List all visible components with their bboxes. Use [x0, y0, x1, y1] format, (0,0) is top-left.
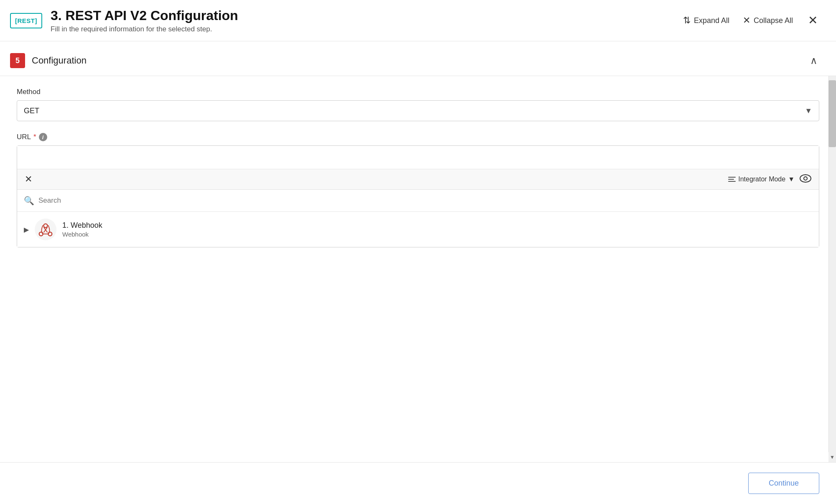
expand-all-label: Expand All: [694, 16, 729, 25]
url-field-group: URL * i ✕: [17, 133, 819, 247]
svg-point-1: [804, 177, 807, 180]
url-input-container: ✕ Integrator Mode ▼: [17, 145, 819, 247]
url-toolbar: ✕ Integrator Mode ▼: [17, 169, 819, 190]
expand-all-icon: ⇅: [683, 16, 691, 25]
url-clear-button[interactable]: ✕: [24, 174, 33, 185]
page-subtitle: Fill in the required information for the…: [51, 25, 675, 33]
section-collapse-button[interactable]: ∧: [808, 54, 819, 67]
scroll-down-arrow[interactable]: ▼: [828, 452, 836, 462]
integrator-lines-icon: [728, 177, 736, 182]
scroll-track: ▼: [828, 76, 836, 462]
main-content: Method GET POST PUT DELETE PATCH ▼ URL *…: [0, 76, 836, 462]
webhook-list-item[interactable]: ▶: [17, 212, 819, 247]
url-text-input[interactable]: [17, 146, 819, 169]
url-label: URL * i: [17, 133, 819, 141]
search-input[interactable]: [38, 196, 812, 205]
scroll-thumb[interactable]: [828, 80, 836, 147]
webhook-info: 1. Webhook Webhook: [62, 221, 102, 238]
collapse-all-icon: ✕: [743, 16, 750, 25]
collapse-all-label: Collapse All: [754, 16, 793, 25]
preview-button[interactable]: [799, 173, 812, 185]
section-badge: 5: [10, 53, 25, 68]
collapse-all-button[interactable]: ✕ Collapse All: [743, 16, 793, 25]
section-title: Configuration: [32, 55, 808, 66]
search-row: 🔍: [17, 190, 819, 212]
integrator-mode-button[interactable]: Integrator Mode ▼: [728, 176, 795, 183]
continue-button[interactable]: Continue: [748, 473, 819, 494]
method-field-group: Method GET POST PUT DELETE PATCH ▼: [17, 88, 819, 121]
url-toolbar-right: Integrator Mode ▼: [728, 173, 812, 185]
svg-point-0: [800, 175, 811, 182]
webhook-subtitle: Webhook: [62, 231, 102, 238]
svg-point-4: [44, 224, 48, 228]
header-title-group: 3. REST API V2 Configuration Fill in the…: [51, 8, 675, 33]
rest-badge: [REST]: [10, 13, 42, 28]
footer: Continue: [0, 462, 836, 504]
webhook-name: 1. Webhook: [62, 221, 102, 230]
header-actions: ⇅ Expand All ✕ Collapse All ✕: [683, 13, 819, 28]
method-select-wrapper: GET POST PUT DELETE PATCH ▼: [17, 100, 819, 121]
required-star: *: [33, 133, 36, 141]
section-header: 5 Configuration ∧: [0, 46, 836, 76]
header: [REST] 3. REST API V2 Configuration Fill…: [0, 0, 836, 41]
close-button[interactable]: ✕: [806, 13, 819, 28]
expand-all-button[interactable]: ⇅ Expand All: [683, 16, 729, 25]
eye-icon: [800, 174, 811, 183]
webhook-expand-arrow-icon[interactable]: ▶: [24, 226, 29, 234]
method-select[interactable]: GET POST PUT DELETE PATCH: [17, 101, 819, 121]
page-title: 3. REST API V2 Configuration: [51, 8, 675, 23]
webhook-icon: [38, 222, 53, 237]
integrator-mode-label: Integrator Mode: [738, 176, 785, 183]
page-container: [REST] 3. REST API V2 Configuration Fill…: [0, 0, 836, 504]
url-toolbar-left: ✕: [24, 174, 33, 185]
integrator-mode-arrow-icon: ▼: [788, 176, 795, 183]
dropdown-panel: 🔍 ▶: [17, 190, 819, 247]
webhook-icon-circle: [35, 219, 56, 240]
info-icon[interactable]: i: [39, 133, 47, 141]
search-icon: 🔍: [24, 196, 34, 206]
method-label: Method: [17, 88, 819, 96]
